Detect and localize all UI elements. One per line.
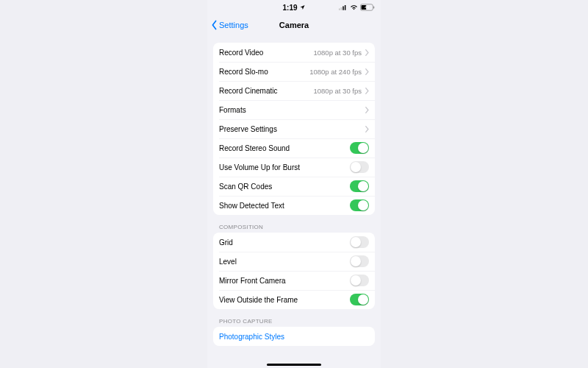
row-label: Mirror Front Camera (219, 277, 350, 285)
row-outside-frame: View Outside the Frame (213, 290, 375, 309)
location-icon (300, 4, 306, 10)
settings-scroll[interactable]: Record Video 1080p at 30 fps Record Slo-… (207, 35, 381, 346)
row-label: Use Volume Up for Burst (219, 163, 350, 171)
toggle-volume-burst[interactable] (350, 161, 369, 173)
row-label: Preserve Settings (219, 125, 365, 133)
toggle-stereo-sound[interactable] (350, 142, 369, 154)
row-photographic-styles[interactable]: Photographic Styles (213, 327, 375, 346)
group-composition: Grid Level Mirror Front Camera View Outs… (213, 233, 375, 309)
back-button[interactable]: Settings (210, 20, 248, 30)
phone-frame: 1:19 (207, 0, 381, 368)
row-label: Scan QR Codes (219, 183, 350, 191)
row-mirror: Mirror Front Camera (213, 271, 375, 290)
row-stereo-sound: Record Stereo Sound (213, 138, 375, 158)
row-detail: 1080p at 240 fps (309, 68, 362, 76)
svg-rect-2 (343, 7, 344, 10)
row-formats[interactable]: Formats (213, 100, 375, 119)
row-label: View Outside the Frame (219, 296, 350, 304)
toggle-grid[interactable] (350, 236, 369, 248)
row-record-video[interactable]: Record Video 1080p at 30 fps (213, 43, 375, 62)
toggle-scan-qr[interactable] (350, 180, 369, 192)
svg-rect-0 (339, 9, 340, 10)
row-detail: 1080p at 30 fps (314, 49, 362, 57)
row-label: Photographic Styles (219, 333, 369, 341)
toggle-mirror[interactable] (350, 275, 369, 286)
group-photo-capture: Photographic Styles (213, 327, 375, 346)
chevron-right-icon (365, 126, 369, 132)
wifi-icon (350, 4, 358, 10)
row-detail: 1080p at 30 fps (314, 87, 362, 95)
row-record-slomo[interactable]: Record Slo-mo 1080p at 240 fps (213, 62, 375, 81)
svg-rect-3 (345, 5, 346, 10)
page-title: Camera (279, 21, 309, 29)
row-label: Show Detected Text (219, 202, 350, 210)
row-label: Grid (219, 238, 350, 247)
chevron-right-icon (365, 88, 369, 94)
toggle-detected-text[interactable] (350, 199, 369, 211)
row-label: Record Stereo Sound (219, 144, 350, 152)
section-header-photo-capture: PHOTO CAPTURE (207, 309, 381, 327)
svg-rect-6 (373, 6, 374, 8)
chevron-right-icon (365, 107, 369, 113)
row-label: Record Video (219, 49, 314, 57)
row-volume-burst: Use Volume Up for Burst (213, 158, 375, 177)
row-grid: Grid (213, 233, 375, 252)
row-record-cinematic[interactable]: Record Cinematic 1080p at 30 fps (213, 81, 375, 100)
row-preserve-settings[interactable]: Preserve Settings (213, 119, 375, 138)
status-time: 1:19 (282, 4, 297, 12)
svg-rect-1 (341, 7, 343, 10)
row-label: Record Slo-mo (219, 68, 309, 76)
group-recording: Record Video 1080p at 30 fps Record Slo-… (213, 43, 375, 215)
row-label: Level (219, 258, 350, 266)
cellular-icon (339, 4, 348, 10)
battery-icon: 44 (360, 4, 375, 11)
row-label: Record Cinematic (219, 87, 314, 95)
svg-text:44: 44 (365, 5, 369, 10)
row-scan-qr: Scan QR Codes (213, 177, 375, 196)
chevron-right-icon (365, 68, 369, 75)
home-indicator[interactable] (267, 364, 321, 366)
chevron-left-icon (210, 20, 218, 30)
back-label: Settings (219, 21, 248, 29)
row-level: Level (213, 252, 375, 271)
status-bar: 1:19 (207, 0, 381, 15)
chevron-right-icon (365, 49, 369, 56)
toggle-level[interactable] (350, 255, 369, 267)
section-header-composition: COMPOSITION (207, 215, 381, 233)
row-detected-text: Show Detected Text (213, 196, 375, 215)
row-label: Formats (219, 106, 365, 114)
toggle-outside-frame[interactable] (350, 294, 369, 305)
nav-bar: Settings Camera (207, 15, 381, 35)
